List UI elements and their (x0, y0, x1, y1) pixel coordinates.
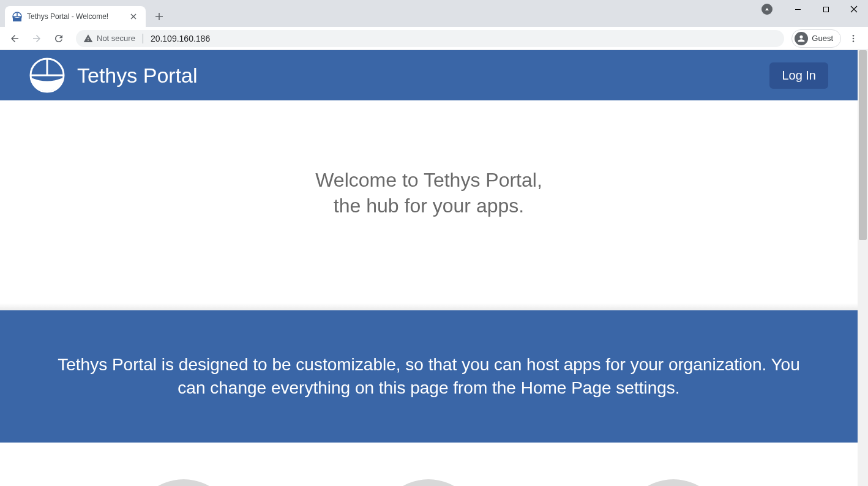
login-button[interactable]: Log In (769, 62, 828, 89)
svg-rect-1 (823, 7, 828, 12)
titlebar: Tethys Portal - Welcome! (0, 0, 868, 27)
hero-heading: Welcome to Tethys Portal, the hub for yo… (24, 168, 833, 219)
svg-point-2 (853, 35, 855, 37)
viewport: Tethys Portal Log In Welcome to Tethys P… (0, 50, 868, 486)
forward-button[interactable] (27, 29, 47, 48)
browser-window: Tethys Portal - Welcome! (0, 0, 868, 486)
url-text: 20.109.160.186 (143, 34, 210, 43)
incognito-indicator-icon[interactable] (755, 0, 784, 18)
svg-point-4 (853, 40, 855, 42)
portal-brand[interactable]: Tethys Portal (29, 58, 198, 93)
address-bar: Not secure 20.109.160.186 Guest (0, 27, 868, 50)
reload-button[interactable] (49, 29, 69, 48)
tethys-logo-icon (29, 58, 65, 93)
browser-menu-button[interactable] (844, 29, 863, 48)
avatar-icon (795, 32, 808, 45)
features-section (0, 443, 858, 486)
scrollbar[interactable] (858, 50, 868, 486)
feature-circle-icon (621, 479, 725, 486)
svg-point-3 (853, 37, 855, 39)
new-tab-button[interactable] (151, 8, 168, 25)
tab-title: Tethys Portal - Welcome! (27, 12, 124, 21)
close-window-button[interactable] (840, 0, 868, 18)
security-indicator[interactable]: Not secure (83, 34, 135, 43)
warning-icon (83, 34, 93, 43)
window-controls (755, 0, 868, 18)
profile-label: Guest (812, 34, 833, 43)
page-content: Tethys Portal Log In Welcome to Tethys P… (0, 50, 858, 486)
description-text: Tethys Portal is designed to be customiz… (49, 353, 809, 400)
description-band: Tethys Portal is designed to be customiz… (0, 310, 858, 443)
url-bar[interactable]: Not secure 20.109.160.186 (76, 30, 784, 47)
security-label: Not secure (97, 34, 135, 43)
tab-favicon-icon (12, 12, 22, 21)
back-button[interactable] (5, 29, 24, 48)
feature-circle-icon (376, 479, 481, 486)
hero-line-1: Welcome to Tethys Portal, (315, 169, 542, 191)
minimize-button[interactable] (784, 0, 812, 18)
browser-tab[interactable]: Tethys Portal - Welcome! (5, 6, 146, 27)
scrollbar-thumb[interactable] (859, 50, 867, 240)
hero-line-2: the hub for your apps. (334, 195, 524, 217)
feature-circle-icon (132, 479, 236, 486)
maximize-button[interactable] (812, 0, 840, 18)
portal-header: Tethys Portal Log In (0, 50, 858, 100)
portal-title: Tethys Portal (77, 64, 198, 88)
profile-button[interactable]: Guest (791, 29, 841, 48)
tab-close-icon[interactable] (129, 12, 138, 21)
hero-section: Welcome to Tethys Portal, the hub for yo… (0, 100, 858, 310)
